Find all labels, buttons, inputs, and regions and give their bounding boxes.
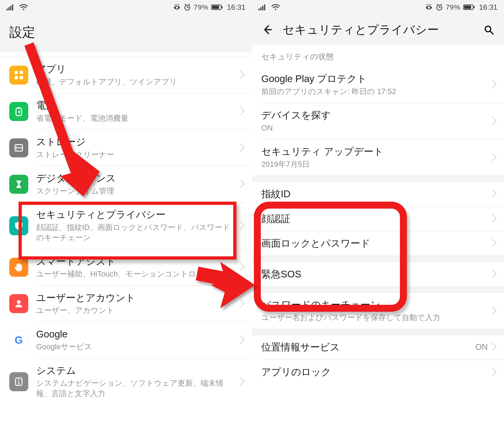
row-find-device[interactable]: デバイスを探す ON — [252, 103, 504, 139]
row-sub: 省電力モード、電池消費量 — [36, 113, 238, 124]
svg-point-17 — [16, 146, 17, 147]
chevron-right-icon — [240, 179, 245, 189]
battery-percent: 79% — [194, 3, 208, 11]
row-sub: スクリーンタイム管理 — [36, 186, 238, 196]
storage-icon — [9, 138, 28, 157]
row-title: デジタルバランス — [36, 172, 238, 184]
annotation-highlight-left — [18, 202, 236, 260]
row-apps[interactable]: アプリ 権限、デフォルトアプリ、ツインアプリ — [0, 57, 252, 93]
svg-rect-31 — [474, 6, 475, 8]
chevron-right-icon — [492, 306, 497, 316]
alarm-icon — [184, 3, 191, 11]
row-sub: ユーザー名およびパスワードを保存して自動で入力 — [261, 312, 490, 323]
svg-point-27 — [275, 9, 276, 10]
svg-point-18 — [16, 149, 17, 150]
battery-icon — [463, 4, 475, 10]
chevron-right-icon — [240, 299, 245, 308]
row-sub: ユーザー、アカウント — [36, 305, 238, 316]
chevron-right-icon — [492, 367, 497, 377]
row-title: Google — [36, 328, 238, 340]
row-title: Google Play プロテクト — [261, 73, 490, 85]
svg-point-19 — [17, 300, 21, 304]
svg-line-33 — [490, 31, 493, 34]
user-icon — [9, 294, 28, 313]
row-title: ユーザーとアカウント — [36, 292, 238, 304]
row-title: セキュリティ アップデート — [261, 145, 490, 158]
row-play-protect[interactable]: Google Play プロテクト 前回のアプリのスキャン: 昨日の 17:52 — [252, 67, 504, 103]
svg-rect-9 — [15, 71, 18, 74]
back-button[interactable] — [259, 21, 276, 38]
svg-rect-1 — [8, 7, 10, 10]
row-sub: 権限、デフォルトアプリ、ツインアプリ — [36, 77, 238, 87]
chevron-right-icon — [492, 189, 497, 199]
row-title: 指紋ID — [261, 188, 490, 200]
row-title: アプリのロック — [261, 366, 490, 378]
svg-rect-10 — [20, 71, 23, 74]
row-sub: ストレージクリーナー — [36, 149, 238, 160]
row-title: 電池 — [36, 99, 238, 112]
battery-percent: 79% — [446, 3, 460, 11]
eye-comfort-icon — [173, 4, 181, 10]
row-sub: 2019年7月5日 — [261, 159, 490, 170]
svg-rect-8 — [222, 6, 223, 8]
wifi-icon — [271, 4, 280, 11]
apps-icon — [9, 66, 28, 85]
svg-rect-12 — [20, 76, 23, 79]
row-sub: 前回のアプリのスキャン: 昨日の 17:52 — [261, 87, 490, 97]
svg-rect-7 — [212, 6, 219, 9]
svg-rect-22 — [18, 381, 19, 385]
row-digital-balance[interactable]: デジタルバランス スクリーンタイム管理 — [0, 166, 252, 202]
row-value: ON — [475, 342, 488, 352]
annotation-highlight-right — [254, 202, 407, 312]
google-icon: G — [9, 331, 28, 350]
svg-rect-30 — [464, 6, 471, 9]
chevron-right-icon — [492, 238, 497, 248]
clock-time: 16:31 — [479, 3, 498, 12]
svg-rect-11 — [15, 76, 18, 79]
chevron-right-icon — [240, 335, 245, 345]
svg-rect-2 — [10, 6, 11, 10]
hourglass-icon — [9, 175, 28, 194]
row-security-update[interactable]: セキュリティ アップデート 2019年7月5日 — [252, 140, 504, 176]
row-app-lock[interactable]: アプリのロック — [252, 360, 504, 384]
row-sub: システムナビゲーション、ソフトウェア更新、端末情報、言語と文字入力 — [36, 378, 238, 399]
row-google[interactable]: G Google Googleサービス — [0, 322, 252, 358]
page-title: 設定 — [9, 24, 243, 41]
row-title: ストレージ — [36, 136, 238, 148]
chevron-right-icon — [492, 80, 497, 90]
info-icon — [9, 372, 28, 391]
chevron-right-icon — [240, 107, 245, 116]
chevron-right-icon — [240, 143, 245, 153]
chevron-right-icon — [492, 153, 497, 162]
search-button[interactable] — [480, 21, 497, 38]
svg-rect-24 — [260, 7, 262, 10]
row-sub: ユーザー補助、HiTouch、モーションコントロール — [36, 269, 238, 279]
chevron-right-icon — [240, 221, 245, 231]
signal-icon — [258, 4, 267, 10]
row-title: アプリ — [36, 63, 238, 75]
svg-rect-3 — [12, 4, 13, 10]
svg-point-4 — [23, 9, 24, 10]
svg-rect-0 — [6, 9, 8, 10]
battery-icon — [211, 4, 223, 10]
row-sub: ON — [261, 123, 490, 133]
chevron-right-icon — [492, 342, 497, 352]
row-title: デバイスを探す — [261, 109, 490, 122]
chevron-right-icon — [492, 116, 497, 126]
svg-rect-23 — [258, 9, 260, 10]
signal-icon — [6, 4, 15, 10]
row-storage[interactable]: ストレージ ストレージクリーナー — [0, 130, 252, 166]
chevron-right-icon — [492, 269, 497, 279]
chevron-right-icon — [240, 262, 245, 272]
wifi-icon — [19, 4, 28, 11]
security-header: セキュリティとプライバシー — [252, 14, 504, 45]
row-system[interactable]: システム システムナビゲーション、ソフトウェア更新、端末情報、言語と文字入力 — [0, 358, 252, 405]
chevron-right-icon — [240, 377, 245, 387]
row-battery[interactable]: 電池 省電力モード、電池消費量 — [0, 93, 252, 129]
section-security-status: セキュリティの状態 — [252, 49, 504, 67]
settings-header: 設定 — [0, 14, 252, 52]
row-title: システム — [36, 365, 238, 377]
svg-rect-25 — [262, 6, 263, 10]
row-location-services[interactable]: 位置情報サービス ON — [252, 335, 504, 359]
row-users-accounts[interactable]: ユーザーとアカウント ユーザー、アカウント — [0, 286, 252, 322]
